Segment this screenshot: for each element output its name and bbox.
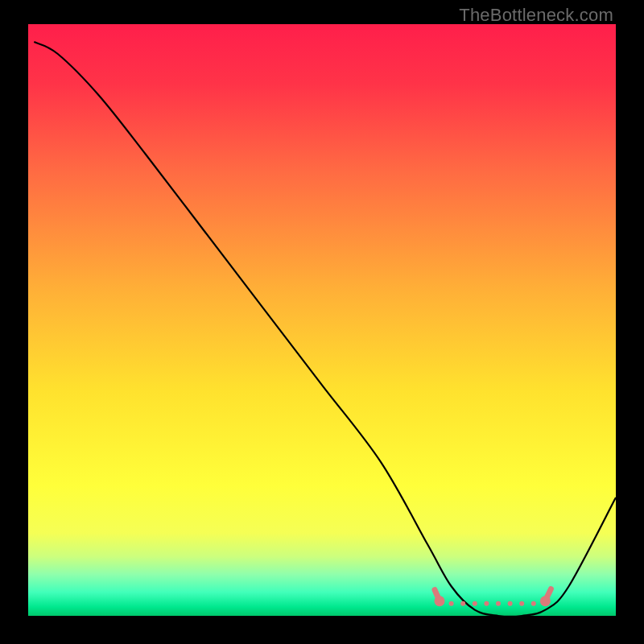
svg-point-6 [484,601,489,606]
svg-point-9 [519,601,524,606]
svg-point-4 [460,601,465,606]
watermark-text: TheBottleneck.com [459,5,613,26]
bottleneck-curve [34,42,616,616]
curve-layer [28,24,616,616]
chart-frame: TheBottleneck.com [0,0,644,644]
svg-point-5 [473,601,477,606]
svg-point-7 [496,601,501,606]
plot-area [28,24,616,616]
optimal-range-markers [435,589,551,607]
svg-point-10 [531,601,536,606]
svg-point-3 [449,601,454,606]
svg-point-8 [508,601,513,606]
